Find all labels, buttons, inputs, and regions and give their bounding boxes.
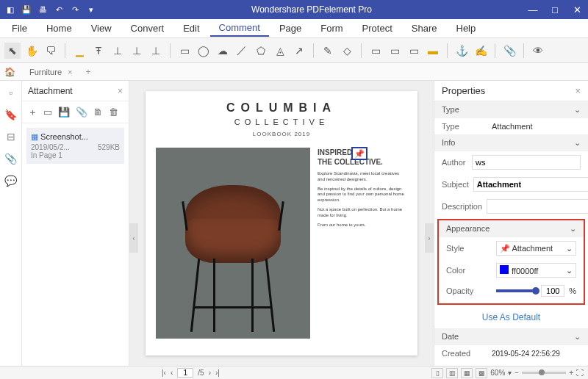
zoom-slider[interactable] xyxy=(522,372,566,374)
highlight-icon[interactable]: ▁ xyxy=(71,43,87,59)
minimize-button[interactable]: — xyxy=(526,4,539,15)
attachment-add-icon[interactable]: ＋ xyxy=(28,106,37,119)
next-page-handle[interactable]: › xyxy=(425,223,434,253)
typewriter-icon[interactable]: ▭ xyxy=(406,43,422,59)
properties-title: Properties xyxy=(442,85,485,96)
home-tab-icon[interactable]: 🏠 xyxy=(4,67,18,77)
opacity-input[interactable] xyxy=(541,285,564,297)
eraser-icon[interactable]: ◇ xyxy=(339,43,355,59)
print-icon[interactable]: 🖶 xyxy=(37,4,49,15)
stamp-icon[interactable]: ⚓ xyxy=(453,43,470,59)
menu-view[interactable]: View xyxy=(82,21,121,36)
subject-input[interactable] xyxy=(473,177,588,192)
thumbnails-icon[interactable]: ▫ xyxy=(4,85,18,100)
attachment-link-icon[interactable]: 📎 xyxy=(76,107,87,118)
attachment-panel-close-icon[interactable]: × xyxy=(118,86,123,96)
attachment-annotation-icon[interactable]: 📌 xyxy=(351,147,368,160)
prev-page-icon[interactable]: ‹ xyxy=(171,369,173,377)
bookmarks-icon[interactable]: 🔖 xyxy=(4,107,18,122)
comments-panel-icon[interactable]: 💬 xyxy=(4,173,18,188)
attachment-item[interactable]: ▦ Screenshot... 2019/05/2...529KB In Pag… xyxy=(26,128,124,164)
menu-edit[interactable]: Edit xyxy=(174,21,208,36)
view-cont-facing-icon[interactable]: ▩ xyxy=(476,368,487,378)
area-highlight-icon[interactable]: ▬ xyxy=(425,43,441,59)
chevron-down-icon: ⌄ xyxy=(566,266,573,275)
note-tool-icon[interactable]: 🗨 xyxy=(43,43,59,59)
menu-comment[interactable]: Comment xyxy=(210,20,269,37)
tab-close-icon[interactable]: × xyxy=(68,68,72,76)
select-tool-icon[interactable]: ⬉ xyxy=(4,43,21,59)
oval-icon[interactable]: ◯ xyxy=(196,43,212,59)
menu-convert[interactable]: Convert xyxy=(122,21,173,36)
hide-annotations-icon[interactable]: 👁 xyxy=(530,43,546,59)
section-type[interactable]: Type⌄ xyxy=(434,101,588,118)
hero-p1: Explore Scandinavia, meet local creative… xyxy=(318,171,407,183)
menu-protect[interactable]: Protect xyxy=(354,21,401,36)
signature-icon[interactable]: ✍ xyxy=(473,43,489,59)
fullscreen-icon[interactable]: ⛶ xyxy=(576,369,584,377)
section-date[interactable]: Date⌄ xyxy=(434,328,588,345)
attachment-save-icon[interactable]: 💾 xyxy=(58,107,70,118)
maximize-button[interactable]: □ xyxy=(548,4,562,15)
search-panel-icon[interactable]: ⊟ xyxy=(4,129,18,144)
first-page-icon[interactable]: |‹ xyxy=(162,369,166,377)
qat-dropdown-icon[interactable]: ▾ xyxy=(85,4,97,15)
redo-icon[interactable]: ↷ xyxy=(69,4,81,15)
squiggly-icon[interactable]: ⊥ xyxy=(129,43,145,59)
document-tab[interactable]: Furniture × xyxy=(22,66,79,78)
use-as-default-button[interactable]: Use As Default xyxy=(434,306,588,328)
close-button[interactable]: ✕ xyxy=(570,4,584,15)
attachment-desc-icon[interactable]: 🗎 xyxy=(93,107,103,118)
zoom-in-icon[interactable]: + xyxy=(569,369,573,377)
menu-form[interactable]: Form xyxy=(312,21,351,36)
prev-page-handle[interactable]: ‹ xyxy=(129,223,138,253)
view-facing-icon[interactable]: ▦ xyxy=(461,368,473,378)
pencil-icon[interactable]: ✎ xyxy=(320,43,336,59)
opacity-slider[interactable] xyxy=(496,289,537,292)
hand-tool-icon[interactable]: ✋ xyxy=(24,43,40,59)
attachment-delete-icon[interactable]: 🗑 xyxy=(109,107,118,118)
next-page-icon[interactable]: › xyxy=(209,369,211,377)
zoom-out-icon[interactable]: − xyxy=(514,369,519,377)
menu-share[interactable]: Share xyxy=(403,21,446,36)
properties-close-icon[interactable]: × xyxy=(575,85,581,96)
attachment-page: In Page 1 xyxy=(31,151,120,159)
menu-home[interactable]: Home xyxy=(37,21,81,36)
label-opacity: Opacity xyxy=(446,286,492,295)
style-select[interactable]: 📌 Attachment⌄ xyxy=(496,241,576,256)
color-select[interactable]: ff0000ff⌄ xyxy=(496,263,576,278)
menu-help[interactable]: Help xyxy=(448,21,485,36)
section-info[interactable]: Info⌄ xyxy=(434,134,588,151)
hero-image xyxy=(156,148,310,339)
menu-page[interactable]: Page xyxy=(270,21,310,36)
line-icon[interactable]: ／ xyxy=(234,43,250,59)
caret-icon[interactable]: ⊥ xyxy=(148,43,164,59)
menu-file[interactable]: File xyxy=(3,21,36,36)
rect-icon[interactable]: ▭ xyxy=(176,43,193,59)
underline-icon[interactable]: ⊥ xyxy=(110,43,126,59)
arrow-icon[interactable]: ↗ xyxy=(291,43,307,59)
add-tab-icon[interactable]: + xyxy=(85,67,90,77)
callout-icon[interactable]: ▭ xyxy=(387,43,403,59)
undo-icon[interactable]: ↶ xyxy=(53,4,65,15)
attachment-size: 529KB xyxy=(98,143,120,151)
section-appearance[interactable]: Appearance⌄ xyxy=(439,220,584,237)
author-input[interactable] xyxy=(472,155,581,170)
zoom-dropdown-icon[interactable]: ▾ xyxy=(508,369,512,377)
pin-icon: 📌 xyxy=(500,244,512,253)
textbox-icon[interactable]: ▭ xyxy=(368,43,384,59)
label-type: Type xyxy=(442,122,487,131)
attachments-panel-icon[interactable]: 📎 xyxy=(4,151,18,166)
last-page-icon[interactable]: ›| xyxy=(215,369,220,377)
description-input[interactable] xyxy=(487,199,588,214)
strike-icon[interactable]: Ŧ xyxy=(90,43,107,59)
polyline-icon[interactable]: ◬ xyxy=(272,43,288,59)
attachment-open-icon[interactable]: ▭ xyxy=(43,107,52,118)
polygon-icon[interactable]: ⬠ xyxy=(253,43,269,59)
page-input[interactable] xyxy=(177,368,193,378)
save-icon[interactable]: 💾 xyxy=(21,4,32,15)
view-continuous-icon[interactable]: ▥ xyxy=(446,368,458,378)
view-single-icon[interactable]: ▯ xyxy=(431,368,443,378)
cloud-icon[interactable]: ☁ xyxy=(215,43,231,59)
attach-icon[interactable]: 📎 xyxy=(501,43,517,59)
